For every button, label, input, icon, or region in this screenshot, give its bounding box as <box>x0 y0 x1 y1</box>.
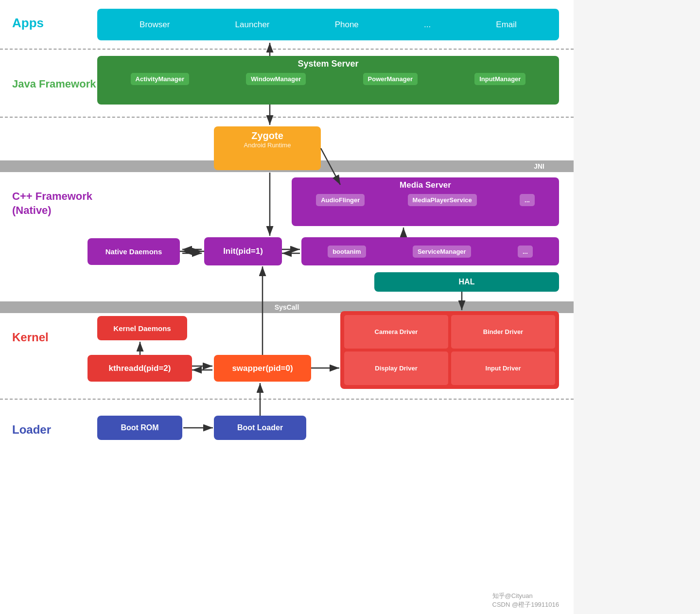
media-player-service: MediaPlayerService <box>408 194 477 206</box>
swapper-box: swapper(pid=0) <box>214 355 311 382</box>
hal-box: HAL <box>374 272 559 292</box>
system-server-container: System Server ActivityManager WindowMana… <box>97 56 559 105</box>
media-server-title: Media Server <box>292 177 559 192</box>
app-browser: Browser <box>140 20 170 30</box>
boot-rom-box: Boot ROM <box>97 416 182 440</box>
boot-loader-box: Boot Loader <box>214 416 306 440</box>
binder-driver: Binder Driver <box>451 315 555 349</box>
jni-label: JNI <box>534 162 544 170</box>
power-manager: PowerManager <box>363 73 418 85</box>
zygote-title: Zygote <box>214 126 321 141</box>
loader-label: Loader <box>12 423 51 437</box>
drivers-container: Camera Driver Binder Driver Display Driv… <box>340 311 559 389</box>
android-runtime: Android Runtime <box>214 141 321 152</box>
services-ellipsis: ... <box>518 246 533 258</box>
bootanim: bootanim <box>328 246 366 258</box>
camera-driver: Camera Driver <box>344 315 448 349</box>
app-email: Email <box>496 20 517 30</box>
init-box: Init(pid=1) <box>204 237 282 265</box>
services-container: bootanim ServiceManager ... <box>301 237 559 265</box>
app-phone: Phone <box>335 20 359 30</box>
display-driver: Display Driver <box>344 351 448 385</box>
kernel-daemons-box: Kernel Daemons <box>97 316 187 340</box>
app-launcher: Launcher <box>235 20 270 30</box>
window-manager: WindowManager <box>246 73 306 85</box>
dashed-divider-2 <box>0 117 574 118</box>
media-server-container: Media Server AudioFlinger MediaPlayerSer… <box>292 177 559 226</box>
input-driver: Input Driver <box>451 351 555 385</box>
audio-flinger: AudioFlinger <box>316 194 365 206</box>
kernel-label: Kernel <box>12 331 49 344</box>
java-framework-label: Java Framework <box>12 78 96 90</box>
media-server-ellipsis: ... <box>520 194 535 206</box>
watermark: 知乎@CityuanCSDN @橙子19911016 <box>492 592 559 609</box>
input-manager: InputManager <box>474 73 525 85</box>
kthreadd-box: kthreadd(pid=2) <box>88 355 192 382</box>
zygote-box: Zygote Android Runtime <box>214 126 321 170</box>
system-server-title: System Server <box>97 56 559 71</box>
syscall-label: SysCall <box>275 303 299 311</box>
native-daemons-box: Native Daemons <box>88 238 180 265</box>
service-manager: ServiceManager <box>413 246 471 258</box>
cpp-framework-label: C++ Framework(Native) <box>12 190 92 217</box>
dashed-divider-1 <box>0 49 574 50</box>
apps-layer-label: Apps <box>12 16 44 31</box>
app-ellipsis: ... <box>424 20 431 30</box>
activity-manager: ActivityManager <box>131 73 189 85</box>
dashed-divider-4 <box>0 399 574 400</box>
apps-container: Browser Launcher Phone ... Email <box>97 9 559 40</box>
